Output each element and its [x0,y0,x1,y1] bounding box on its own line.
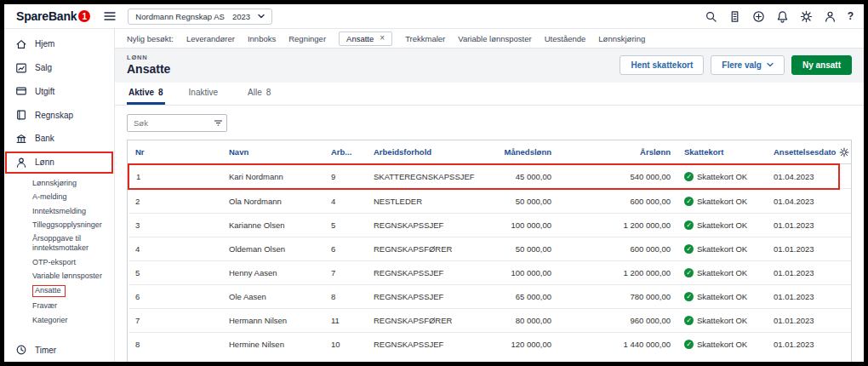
sidebar-item-bank[interactable]: Bank [4,127,114,151]
table-row[interactable]: 2 Ola Nordmann 4 NESTLEDER 50 000,00 600… [128,189,851,214]
ny-ansatt-button[interactable]: Ny ansatt [791,55,852,75]
building-icon[interactable] [728,10,741,23]
home-icon [15,38,27,50]
brand-badge-1: 1 [78,10,90,22]
sidebar: Hjem Salg Utgift Regnskap Bank Lønn [4,29,115,362]
sidebar-item-otp-eksport[interactable]: OTP-eksport [32,255,111,269]
sidebar-item-fravaer[interactable]: Fravær [32,300,111,313]
check-circle-icon [684,268,694,277]
table-row[interactable]: 6 Ole Aasen 8 REGNSKAPSSJEF 65 000,00 78… [128,284,851,308]
tab-regninger[interactable]: Regninger [288,34,326,43]
tab-trekkmaler[interactable]: Trekkmaler [405,34,445,43]
check-circle-icon [684,172,694,181]
page-title: Ansatte [127,62,170,76]
col-arb[interactable]: Arb... [324,140,367,164]
brand-text: SpareBank [16,9,77,23]
check-circle-icon [684,197,694,206]
sidebar-item-salg[interactable]: Salg [4,56,114,80]
menu-icon[interactable] [104,11,116,21]
col-manedslonn[interactable]: Månedslønn [486,140,558,164]
tab-leverandorer[interactable]: Leverandører [186,34,235,43]
flere-valg-button[interactable]: Flere valg [711,55,785,75]
sidebar-item-lonnskjoring[interactable]: Lønnskjøring [32,177,111,191]
table-header-row: Nr Navn Arb... Arbeidsforhold Månedslønn… [128,140,851,164]
col-arslonn[interactable]: Årslønn [558,140,677,164]
tab-innboks[interactable]: Innboks [248,34,276,43]
sidebar-item-regnskap[interactable]: Regnskap [4,103,114,127]
table-row[interactable]: 3 Karianne Olsen 5 REGNSKAPSSJEF 100 000… [128,213,851,237]
tab-variable-lonnsposter[interactable]: Variable lønnsposter [458,34,531,43]
table-row[interactable]: 5 Henny Aasen 7 REGNSKAPSSJEF 100 000,00… [128,260,851,284]
tab-lonnskjoring[interactable]: Lønnskjøring [598,34,645,43]
sidebar-item-utgift[interactable]: Utgift [4,80,114,104]
sidebar-item-amelding[interactable]: A-melding [32,191,111,204]
tab-alle[interactable]: Alle 8 [246,83,272,105]
sidebar-item-kategorier[interactable]: Kategorier [32,313,111,327]
tab-ansatte[interactable]: Ansatte × [339,31,392,46]
table-row[interactable]: 1 Kari Nordmann 9 SKATTEREGNSKAPSSJEF 45… [128,164,851,189]
topbar-icons: ? [705,10,854,23]
table-row[interactable]: 7 Hermann Nilsen 11 REGNSKAPSFØRER 80 00… [128,308,851,332]
close-tab-icon[interactable]: × [380,34,385,43]
bell-icon[interactable] [776,10,789,23]
hent-skattekort-button[interactable]: Hent skattekort [620,55,704,75]
table-row[interactable]: 8 Hermine Nilsen 10 REGNSKAPSSJEF 120 00… [128,332,851,356]
user-icon[interactable] [824,10,837,23]
sidebar-item-ansatte[interactable]: Ansatte [32,283,111,300]
card-icon [15,85,27,97]
person-icon [15,157,27,169]
sidebar-item-timer[interactable]: Timer [4,338,114,362]
chart-icon [15,62,27,74]
breadcrumb-eyebrow: LØNN [127,54,170,61]
sidebar-item-hjem[interactable]: Hjem [4,32,114,56]
sidebar-item-lonn[interactable]: Lønn [4,151,114,174]
recently-visited-tabstrip: Nylig besøkt: Leverandører Innboks Regni… [115,29,864,49]
tabstrip-prefix: Nylig besøkt: [127,34,174,43]
plus-circle-icon[interactable] [752,10,765,23]
tab-alle-count: 8 [266,88,271,97]
search-icon[interactable] [705,10,717,23]
check-circle-icon [684,292,694,301]
sidebar-item-arsoppgave[interactable]: Årsoppgave til inntektsmottaker [32,232,111,256]
bank-icon [15,133,27,145]
col-nr[interactable]: Nr [128,140,222,164]
search-row [115,106,864,140]
chevron-down-icon [767,62,774,67]
sidebar-item-variable-lonnsposter[interactable]: Variable lønnsposter [32,269,111,283]
employee-filter-tabs: Aktive 8 Inaktive Alle 8 [115,83,864,106]
filter-icon[interactable] [209,115,226,131]
search-input[interactable] [128,118,209,128]
employees-table: Nr Navn Arb... Arbeidsforhold Månedslønn… [127,140,852,366]
lonn-submenu: Lønnskjøring A-melding Inntektsmelding T… [4,174,114,328]
table-settings-gear-icon[interactable] [839,140,851,164]
tab-inaktive[interactable]: Inaktive [187,83,224,105]
company-year: 2023 [232,12,250,21]
check-circle-icon [684,220,694,230]
check-circle-icon [684,340,694,349]
page-header: LØNN Ansatte Hent skattekort Flere valg … [115,49,864,83]
main-content: Nylig besøkt: Leverandører Innboks Regni… [115,29,864,362]
sparebank-logo[interactable]: SpareBank 1 [16,9,90,23]
company-name: Nordmann Regnskap AS [135,12,225,21]
chevron-down-icon [258,14,265,19]
tab-aktive-count: 8 [158,88,163,97]
sidebar-item-tilleggsopplysninger[interactable]: Tilleggsopplysninger [32,218,111,232]
col-navn[interactable]: Navn [222,140,324,164]
col-ansettelsesdato[interactable]: Ansettelsesdato [767,140,839,164]
help-icon[interactable]: ? [848,10,854,22]
company-selector[interactable]: Nordmann Regnskap AS 2023 [128,9,272,25]
col-skattekort[interactable]: Skattekort [677,140,767,164]
clock-icon [15,344,27,356]
check-circle-icon [684,316,694,325]
col-arbeidsforhold[interactable]: Arbeidsforhold [367,140,486,164]
table-row[interactable]: 4 Oldeman Olsen 6 REGNSKAPSFØRER 50 000,… [128,237,851,260]
gear-icon[interactable] [800,10,813,23]
topbar: SpareBank 1 Nordmann Regnskap AS 2023 [4,4,864,29]
book-icon [15,109,27,121]
tab-utestaende[interactable]: Utestående [545,34,586,43]
tab-aktive[interactable]: Aktive 8 [127,83,165,105]
check-circle-icon [684,244,694,254]
sidebar-item-inntektsmelding[interactable]: Inntektsmelding [32,204,111,218]
app-window: SpareBank 1 Nordmann Regnskap AS 2023 [0,0,868,366]
